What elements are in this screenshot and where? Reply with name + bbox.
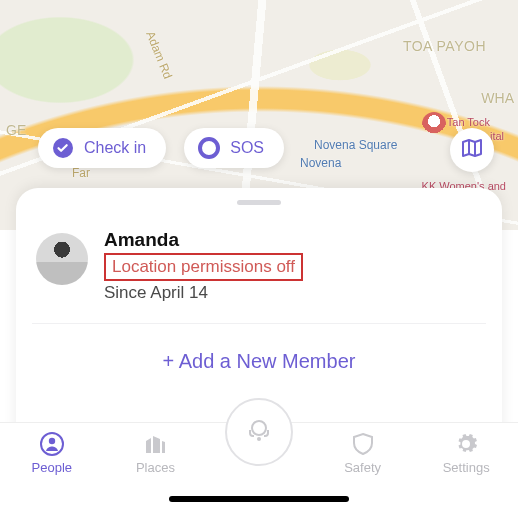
checkin-icon	[52, 137, 74, 159]
app-root: Adam Rd TOA PAYOH WHA GE Novena Square T…	[0, 0, 518, 508]
checkin-label: Check in	[84, 139, 146, 157]
tab-places-label: Places	[136, 460, 175, 475]
avatar	[36, 233, 88, 285]
tab-places[interactable]: Places	[114, 431, 196, 475]
tab-settings[interactable]: Settings	[425, 431, 507, 475]
people-icon	[39, 431, 65, 457]
svg-point-3	[49, 438, 55, 444]
places-icon	[142, 431, 168, 457]
tab-people-label: People	[32, 460, 72, 475]
safety-icon	[350, 431, 376, 457]
location-permission-warning: Location permissions off	[104, 253, 303, 281]
checkin-button[interactable]: Check in	[38, 128, 166, 168]
tab-people[interactable]: People	[11, 431, 93, 475]
tab-safety-label: Safety	[344, 460, 381, 475]
svg-point-5	[257, 437, 261, 441]
map-layer-icon	[460, 136, 484, 164]
map-label-farrer: Far	[72, 166, 90, 180]
center-action-button[interactable]	[225, 398, 293, 466]
map-label-wha: WHA	[481, 90, 514, 106]
sos-icon	[198, 137, 220, 159]
svg-point-1	[200, 139, 218, 157]
sos-label: SOS	[230, 139, 264, 157]
map-label-adam-rd: Adam Rd	[143, 29, 175, 81]
quick-actions: Check in SOS	[38, 128, 284, 168]
map-label-toa-payoh: TOA PAYOH	[403, 38, 486, 54]
svg-point-4	[252, 421, 266, 435]
tab-settings-label: Settings	[443, 460, 490, 475]
settings-icon	[453, 431, 479, 457]
tab-bar: People Places . Safety Settings	[0, 422, 518, 508]
map-label-novena-sq: Novena Square	[314, 138, 397, 152]
member-since: Since April 14	[104, 283, 303, 303]
sos-button[interactable]: SOS	[184, 128, 284, 168]
map-label-novena: Novena	[300, 156, 341, 170]
headset-icon	[242, 413, 276, 451]
sheet-grabber[interactable]	[237, 200, 281, 205]
home-indicator	[169, 496, 349, 502]
add-member-button[interactable]: + Add a New Member	[32, 324, 486, 403]
member-info: Amanda Location permissions off Since Ap…	[104, 229, 303, 303]
tab-safety[interactable]: Safety	[322, 431, 404, 475]
map-label-ge: GE	[6, 122, 26, 138]
map-label-tan-tock: Tan Tock	[447, 116, 490, 128]
map-poi-pin-icon	[422, 112, 446, 136]
member-row[interactable]: Amanda Location permissions off Since Ap…	[32, 225, 486, 324]
map-layer-button[interactable]	[450, 128, 494, 172]
member-name: Amanda	[104, 229, 303, 251]
